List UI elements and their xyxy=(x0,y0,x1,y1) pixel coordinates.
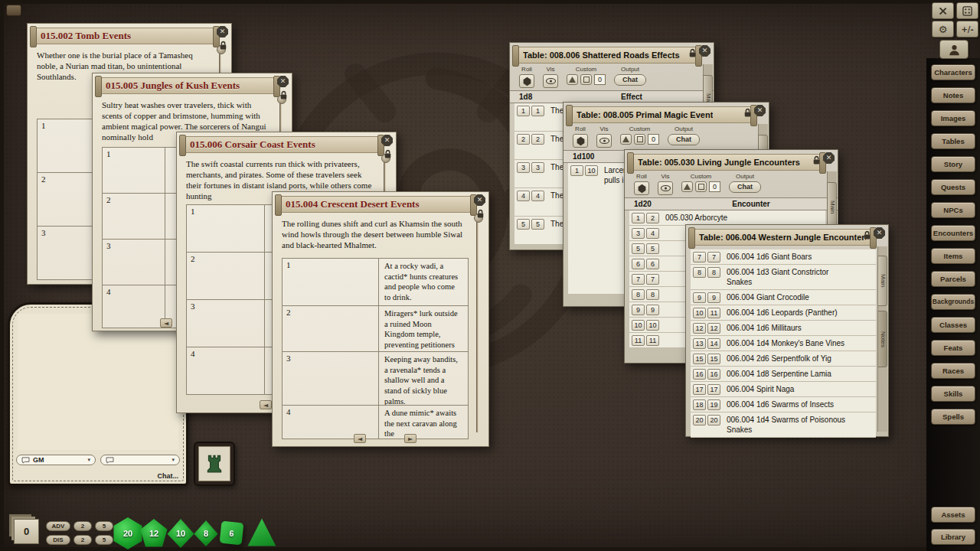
die-range-from[interactable]: 17 xyxy=(693,384,706,395)
voice-dropdown[interactable]: ▾ xyxy=(100,455,180,465)
die-range-to[interactable]: 10 xyxy=(585,165,598,176)
sidebar-item-parcels[interactable]: Parcels xyxy=(931,271,975,287)
table-row[interactable]: 18 19 006.004 1d6 Swarms of Insects xyxy=(691,397,876,412)
sidebar-item-backgrounds[interactable]: Backgrounds xyxy=(931,294,975,310)
sidebar-item-tables[interactable]: Tables xyxy=(931,133,975,149)
die-range-to[interactable]: 7 xyxy=(707,252,720,262)
row-number[interactable]: 3 xyxy=(283,352,379,405)
die-range-from[interactable]: 4 xyxy=(517,191,530,201)
row-text[interactable]: Keeping away bandits, a ravenala* tends … xyxy=(379,352,468,405)
die-range-from[interactable]: 16 xyxy=(693,369,706,380)
row-number[interactable]: 2 xyxy=(187,253,265,299)
row-number[interactable]: 1 xyxy=(103,148,165,193)
close-icon[interactable]: ✕ xyxy=(217,26,228,37)
custom-table-button[interactable] xyxy=(695,181,707,192)
row-number[interactable]: 4 xyxy=(103,285,165,328)
row-number[interactable]: 3 xyxy=(187,300,265,347)
die-range-to[interactable]: 9 xyxy=(646,305,659,315)
table-row[interactable]: 7 7 006.004 1d6 Giant Boars xyxy=(691,249,876,265)
die-range-to[interactable]: 11 xyxy=(707,308,720,318)
die-range-to[interactable]: 5 xyxy=(531,219,544,230)
modifier-5-button[interactable]: 5 xyxy=(95,521,113,531)
advantage-button[interactable]: ADV xyxy=(46,521,70,531)
next-page-button[interactable]: ► xyxy=(404,434,416,443)
roll-die-button[interactable] xyxy=(519,74,534,88)
die-range-to[interactable]: 3 xyxy=(531,162,544,173)
die-range-to[interactable]: 2 xyxy=(531,134,544,145)
sidebar-item-quests[interactable]: Quests xyxy=(931,179,975,195)
close-icon[interactable]: ✕ xyxy=(754,105,766,116)
die-range-from[interactable]: 11 xyxy=(632,335,645,346)
table-row[interactable]: 15 15 006.004 2d6 Serpentfolk of Yig xyxy=(691,351,876,367)
sidebar-item-characters[interactable]: Characters xyxy=(931,64,975,80)
window-titlebar[interactable]: Table: 008.005 Primal Magic Event xyxy=(570,106,753,123)
die-range-to[interactable]: 7 xyxy=(646,274,659,285)
lock-icon[interactable] xyxy=(384,149,392,159)
table-row[interactable]: 17 17 006.004 Spirit Naga xyxy=(691,382,876,397)
row-number[interactable]: 4 xyxy=(187,347,265,394)
modifier-counter[interactable]: 0 xyxy=(14,519,39,544)
sidebar-item-npcs[interactable]: NPCs xyxy=(931,202,975,218)
row-number[interactable]: 3 xyxy=(103,240,165,285)
close-icon[interactable]: ✕ xyxy=(474,194,485,206)
sidebar-item-items[interactable]: Items xyxy=(931,248,975,264)
sidebar-item-races[interactable]: Races xyxy=(931,363,975,379)
d12-die[interactable]: 12 xyxy=(139,519,168,548)
die-range-to[interactable]: 11 xyxy=(646,335,659,346)
table-row[interactable]: 1 2 005.030 Arborcyte xyxy=(629,210,825,226)
custom-table-button[interactable] xyxy=(634,134,645,145)
window-titlebar[interactable]: Table: 005.030 Living Jungle Encounters xyxy=(631,154,822,171)
die-range-to[interactable]: 14 xyxy=(707,338,720,349)
window-titlebar[interactable]: 015.005 Jungles of Kush Events xyxy=(99,77,276,94)
custom-table-button[interactable] xyxy=(580,74,592,85)
die-range-from[interactable]: 9 xyxy=(632,305,645,315)
chat-log[interactable] xyxy=(18,314,178,450)
window-titlebar[interactable]: 015.006 Corsair Coast Events xyxy=(183,136,381,153)
row-number[interactable]: 1 xyxy=(187,205,265,252)
close-icon[interactable]: ✕ xyxy=(699,45,710,57)
dice-select-button[interactable] xyxy=(956,2,978,19)
d6-die[interactable]: 6 xyxy=(220,521,244,546)
die-range-from[interactable]: 7 xyxy=(632,274,645,285)
d20-die[interactable]: 20 xyxy=(112,517,144,549)
lock-icon[interactable] xyxy=(688,48,697,58)
die-range-from[interactable]: 3 xyxy=(517,162,530,173)
custom-die-button[interactable] xyxy=(681,181,693,192)
modifier-5-button[interactable]: 5 xyxy=(95,535,113,545)
close-icon[interactable]: ✕ xyxy=(277,76,289,87)
tools-button[interactable] xyxy=(932,2,954,19)
sidebar-item-notes[interactable]: Notes xyxy=(931,87,975,103)
disadvantage-button[interactable]: DIS xyxy=(46,535,70,545)
sidebar-item-story[interactable]: Story xyxy=(931,156,975,172)
die-range-from[interactable]: 2 xyxy=(517,134,530,145)
lock-icon[interactable] xyxy=(863,230,871,240)
lock-icon[interactable] xyxy=(219,41,227,51)
die-range-from[interactable]: 20 xyxy=(693,415,706,425)
die-range-from[interactable]: 5 xyxy=(632,243,645,254)
settings-button[interactable]: ⚙ xyxy=(932,21,954,37)
prev-page-button[interactable]: ◄ xyxy=(260,400,272,409)
chat-input[interactable]: Chat... xyxy=(157,472,178,480)
dice-tower-button[interactable] xyxy=(194,442,235,486)
die-range-to[interactable]: 9 xyxy=(707,292,720,303)
sidebar-item-classes[interactable]: Classes xyxy=(931,317,975,333)
die-range-to[interactable]: 5 xyxy=(646,243,659,254)
sidebar-item-library[interactable]: Library xyxy=(931,529,975,545)
row-number[interactable]: 2 xyxy=(103,194,165,239)
die-range-from[interactable]: 8 xyxy=(693,267,706,278)
table-row[interactable]: 12 12 006.004 1d6 Millitaurs xyxy=(691,321,876,336)
row-text[interactable]: At a rocky wadi, a cactid* hunts creatur… xyxy=(379,259,468,305)
die-range-from[interactable]: 13 xyxy=(693,338,706,349)
table-row[interactable]: 8 8 006.004 1d3 Giant Constrictor Snakes xyxy=(691,265,876,290)
close-icon[interactable]: ✕ xyxy=(874,227,885,239)
lock-icon[interactable] xyxy=(279,90,288,100)
lock-icon[interactable] xyxy=(476,209,485,219)
roll-die-button[interactable] xyxy=(634,181,649,195)
d8-die[interactable]: 8 xyxy=(193,520,219,546)
die-range-to[interactable]: 19 xyxy=(707,399,720,410)
die-range-to[interactable]: 10 xyxy=(646,320,659,331)
output-chat-button[interactable]: Chat xyxy=(668,134,700,145)
custom-die-button[interactable] xyxy=(620,134,632,145)
die-range-to[interactable]: 8 xyxy=(646,289,659,300)
table-row[interactable]: 9 9 006.004 Giant Crocodile xyxy=(691,290,876,305)
